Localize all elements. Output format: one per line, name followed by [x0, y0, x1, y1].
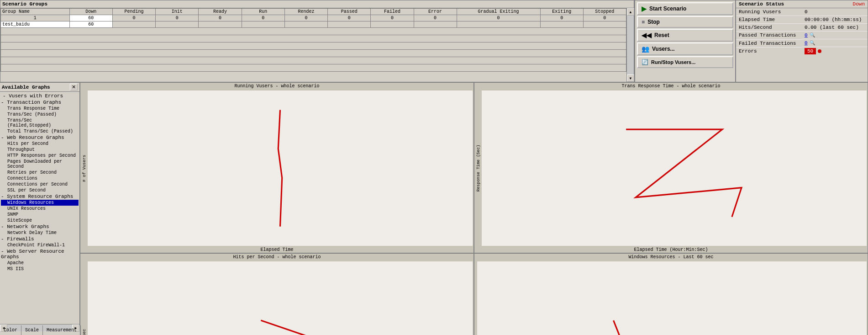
col-error: Error [414, 9, 457, 15]
ag-item-connections[interactable]: Connections [1, 175, 79, 181]
passed-transactions-value[interactable]: 0 [805, 32, 808, 38]
ag-item-trans-sec-failed[interactable]: Trans/Sec (Failed,Stopped) [1, 117, 79, 128]
passed-search-icon[interactable]: 🔍 [810, 32, 815, 38]
ag-item-trans-sec-passed[interactable]: Trans/Sec (Passed) [1, 112, 79, 117]
ag-item-connections-per-second[interactable]: Connections per Second [1, 181, 79, 187]
stop-icon: ■ [642, 19, 645, 25]
ag-item-retries[interactable]: Retries per Second [1, 170, 79, 175]
ag-item-http-responses[interactable]: HTTP Responses per Second [1, 153, 79, 159]
status-row-passed-transactions[interactable]: Passed Transactions 0 🔍 [736, 32, 868, 40]
chart-1-title: Running Vusers - whole scenario [80, 83, 473, 90]
chart-2-y-label: Response Time (Sec) [475, 90, 482, 246]
failed-search-icon[interactable]: 🔍 [810, 40, 815, 46]
chart-1-x-label: Elapsed Time [80, 247, 473, 253]
ag-item-unix-resources[interactable]: UNIX Resources [1, 206, 79, 212]
ag-item-snmp[interactable]: SNMP [1, 212, 79, 218]
table-row[interactable]: 1 60 0 0 0 0 0 0 0 0 0 0 0 [1, 15, 626, 21]
ag-item-ms-iis[interactable]: MS IIS [1, 266, 79, 272]
table-row-empty-5 [1, 57, 626, 64]
status-row-errors[interactable]: Errors 50 [736, 47, 868, 55]
failed-transactions-value[interactable]: 0 [805, 40, 808, 46]
col-failed: Failed [371, 9, 414, 15]
close-graphs-button[interactable]: ✕ [70, 84, 78, 90]
col-gradual-exiting: Gradual Exiting [457, 9, 540, 15]
vusers-button[interactable]: 👥 Vusers... [637, 43, 733, 55]
status-row-failed-transactions[interactable]: Failed Transactions 0 🔍 [736, 39, 868, 47]
chart-3-y-label: #Hits/sec [81, 261, 88, 335]
chart-trans-response: Trans Response Time - whole scenario Res… [474, 82, 868, 253]
errors-dot [818, 49, 821, 53]
table-row-empty-2 [1, 35, 626, 43]
status-measurement: Measurement [43, 325, 81, 335]
ag-item-network-delay[interactable]: Network Delay Time [1, 230, 79, 236]
col-down: Down [69, 9, 112, 15]
chart-windows-resources: Windows Resources - Last 60 sec Elapsed … [474, 253, 868, 335]
scrollbar-down-arrow[interactable]: ▼ [627, 74, 634, 82]
ag-item-checkpoint[interactable]: CheckPoint FireWall-1 [1, 242, 79, 248]
scrollbar-up-arrow[interactable]: ▲ [627, 8, 634, 16]
ag-item-apache[interactable]: Apache [1, 260, 79, 266]
col-stopped: Stopped [583, 9, 626, 15]
start-scenario-button[interactable]: ▶ Start Scenario [637, 2, 733, 15]
errors-value[interactable]: 50 [805, 48, 816, 54]
ag-item-windows-resources[interactable]: Windows Resources [1, 200, 79, 206]
table-row-empty-4 [1, 50, 626, 57]
col-rendez: Rendez [284, 9, 327, 15]
chart-2-x-label: Elapsed Time (Hour:Min:Sec) [474, 247, 868, 253]
scenario-status-header: Scenario Status Down [736, 0, 868, 8]
col-passed: Passed [328, 9, 371, 15]
col-ready: Ready [199, 9, 242, 15]
scenario-status-title: Scenario Status [739, 1, 784, 7]
table-row-empty-1 [1, 28, 626, 35]
col-run: Run [242, 9, 284, 15]
col-group-name: Group Name [1, 9, 70, 15]
ag-item-pages-downloaded[interactable]: Pages Downloaded per Second [1, 159, 79, 170]
chart-1-y-label: # of Vusers [81, 90, 88, 246]
status-row-hits-second: Hits/Second 0.00 (last 60 sec) [736, 24, 868, 32]
chart-3-title: Hits per Second - whole scenario [80, 254, 473, 261]
chart-4-title: Windows Resources - Last 60 sec [474, 254, 868, 261]
ag-group-firewalls: - Firewalls [1, 236, 79, 242]
ag-group-network: - Network Graphs [1, 223, 79, 230]
col-pending: Pending [112, 9, 155, 15]
ag-group-system: - System Resource Graphs [1, 193, 79, 200]
ag-item-trans-response[interactable]: Trans Response Time [1, 106, 79, 112]
play-icon: ▶ [642, 5, 647, 12]
run-stop-icon: 🔄 [642, 59, 648, 65]
table-row-empty-3 [1, 43, 626, 50]
col-exiting: Exiting [540, 9, 583, 15]
ag-group-transaction: - Transaction Graphs [1, 99, 79, 106]
ag-item-hits-per-second[interactable]: Hits per Second [1, 141, 79, 147]
available-graphs-title: Available Graphs [2, 85, 50, 90]
chart-running-vusers: Running Vusers - whole scenario # of Vus… [80, 82, 474, 253]
reset-icon: ◀◀ [642, 32, 652, 39]
status-color: Color [0, 325, 21, 335]
scrollbar-track [627, 16, 634, 74]
status-row-elapsed-time: Elapsed Time 00:00:00 (hh:mm:ss) [736, 16, 868, 24]
chart-hits-per-second: Hits per Second - whole scenario #Hits/s… [80, 253, 474, 335]
scenario-groups-title: Scenario Groups [0, 0, 634, 8]
status-scale: Scale [21, 325, 43, 335]
ag-item-total-trans[interactable]: Total Trans/Sec (Passed) [1, 128, 79, 134]
table-row-2[interactable]: test_baidu 60 [1, 21, 626, 28]
ag-group-web-resource: - Web Resource Graphs [1, 134, 79, 141]
stop-button[interactable]: ■ Stop [637, 16, 733, 28]
chart-2-title: Trans Response Time - whole scenario [474, 83, 868, 90]
ag-item-throughput[interactable]: Throughput [1, 147, 79, 153]
ag-item-sitescope[interactable]: SiteScope [1, 218, 79, 223]
col-init: Init [156, 9, 199, 15]
table-row-empty-6 [1, 64, 626, 72]
vusers-icon: 👥 [642, 45, 649, 53]
reset-button[interactable]: ◀◀ Reset [637, 29, 733, 42]
ag-item-ssl[interactable]: SSL per Second [1, 187, 79, 193]
run-stop-vusers-button[interactable]: 🔄 Run/Stop Vusers... [637, 56, 733, 68]
ag-item-vusers-errors[interactable]: - Vusers with Errors [1, 93, 79, 99]
status-down-label: Down [853, 1, 865, 7]
ag-group-web-server: - Web Server Resource Graphs [1, 248, 79, 260]
status-row-running-vusers: Running Vusers 0 [736, 8, 868, 16]
